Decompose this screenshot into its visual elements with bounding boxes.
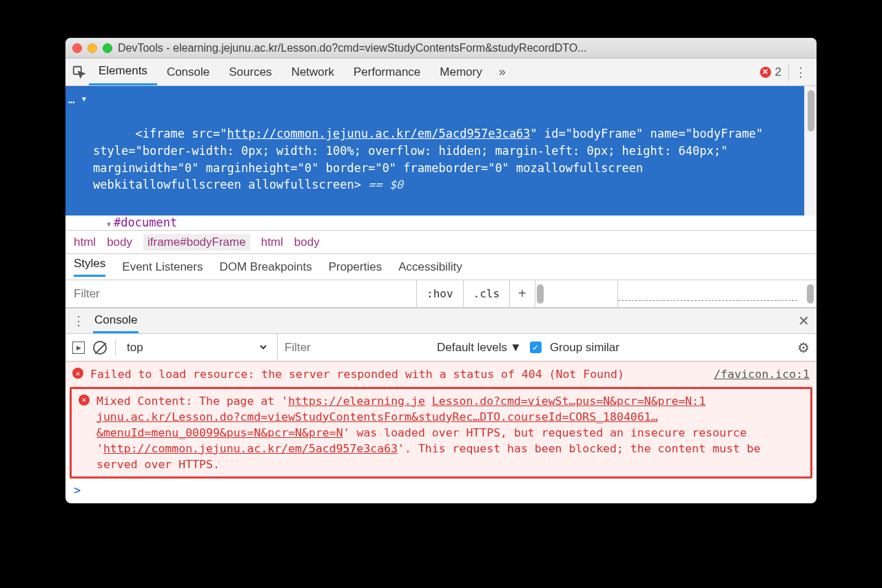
crumb-html[interactable]: html [74,235,96,249]
close-window-button[interactable] [72,43,82,53]
drawer-tab-console[interactable]: Console [93,309,139,333]
dom-scrollbar[interactable] [804,86,817,216]
settings-kebab-icon[interactable]: ⋮ [789,65,812,80]
toggle-cls-button[interactable]: .cls [464,280,511,307]
subtab-dom-breakpoints[interactable]: DOM Breakpoints [219,260,311,274]
group-similar-label: Group similar [550,341,619,355]
crumb-html-inner[interactable]: html [261,235,283,249]
subtab-accessibility[interactable]: Accessibility [398,260,462,274]
iframe-src-url[interactable]: http://common.jejunu.ac.kr/em/5acd957e3c… [227,127,530,140]
tabs-overflow-icon[interactable]: » [492,65,513,79]
clear-console-icon[interactable] [93,341,107,355]
subtab-styles[interactable]: Styles [74,257,105,277]
tab-console[interactable]: Console [157,59,219,85]
styles-left-scrollbar[interactable] [535,280,618,307]
console-drawer-header: ⋮ Console ✕ [65,308,817,334]
console-error-row[interactable]: ✕ Mixed Content: The page at 'https://el… [70,387,812,479]
error-text: Failed to load resource: the server resp… [90,366,704,382]
traffic-lights [72,43,112,53]
toggle-hov-button[interactable]: :hov [417,280,464,307]
minimize-window-button[interactable] [88,43,97,53]
crumb-body[interactable]: body [107,235,132,249]
execution-context-icon[interactable]: ▶ [72,342,85,354]
devtools-window: DevTools - elearning.jejunu.ac.kr/Lesson… [65,38,817,503]
chevron-down-icon: ▼ [510,341,522,355]
error-source-link[interactable]: /favicon.ico:1 [714,366,810,382]
drawer-menu-icon[interactable]: ⋮ [72,313,85,328]
console-filter-input[interactable] [277,334,429,361]
dom-breadcrumb: html body iframe#bodyFrame html body [65,231,817,254]
dom-tree[interactable]: … ▼<iframe src="http://common.jejunu.ac.… [65,86,817,216]
tab-memory[interactable]: Memory [430,59,491,85]
error-text: Mixed Content: The page at 'https://elea… [96,393,803,472]
styles-tab-strip: Styles Event Listeners DOM Breakpoints P… [65,254,817,280]
new-style-rule-button[interactable]: + [510,280,535,307]
dom-child-node[interactable]: ▼#document [65,216,817,231]
subtab-event-listeners[interactable]: Event Listeners [122,260,203,274]
tab-performance[interactable]: Performance [344,59,430,85]
expand-toggle-icon[interactable]: ▼ [107,220,111,228]
crumb-iframe-selected[interactable]: iframe#bodyFrame [143,234,250,251]
styles-filter-input[interactable] [65,280,417,307]
tab-elements[interactable]: Elements [89,59,157,85]
tab-sources[interactable]: Sources [219,59,281,85]
console-toolbar: ▶ top Default levels ▼ ✓ Group similar ⚙ [65,334,817,361]
error-icon: ✕ [72,368,83,379]
main-tab-strip: Elements Console Sources Network Perform… [65,59,817,86]
computed-preview [618,280,804,307]
log-levels-dropdown[interactable]: Default levels ▼ [437,341,522,355]
console-output: ✕ Failed to load resource: the server re… [65,361,817,503]
window-title: DevTools - elearning.jejunu.ac.kr/Lesson… [118,42,810,54]
console-error-row[interactable]: ✕ Failed to load resource: the server re… [65,361,817,386]
styles-filter-row: :hov .cls + [65,280,817,308]
group-similar-checkbox[interactable]: ✓ [530,342,542,353]
console-settings-icon[interactable]: ⚙ [797,339,810,356]
styles-right-scrollbar[interactable] [804,280,817,307]
inspect-element-icon[interactable] [70,63,89,82]
zoom-window-button[interactable] [103,43,112,53]
close-drawer-button[interactable]: ✕ [798,313,810,329]
error-count-badge[interactable]: ✕ 2 [753,65,788,79]
expand-toggle-icon[interactable]: ▼ [82,94,86,105]
error-icon: ✕ [760,67,771,78]
console-prompt[interactable]: > [65,479,817,503]
ellipsis-icon: … [68,92,75,107]
subtab-properties[interactable]: Properties [329,260,382,274]
error-count: 2 [775,65,781,79]
error-icon: ✕ [79,395,90,406]
selected-dom-node[interactable]: … ▼<iframe src="http://common.jejunu.ac.… [65,86,804,216]
crumb-body-inner[interactable]: body [294,235,320,249]
tab-network[interactable]: Network [282,59,344,85]
titlebar: DevTools - elearning.jejunu.ac.kr/Lesson… [65,38,817,59]
context-selector[interactable]: top [124,340,269,355]
